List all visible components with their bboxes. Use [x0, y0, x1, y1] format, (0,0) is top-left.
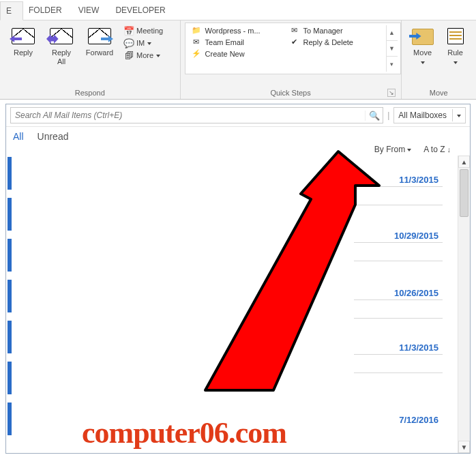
- group-label-quicksteps: Quick Steps: [270, 89, 310, 97]
- scroll-down-button[interactable]: ▼: [458, 441, 470, 453]
- message-date: 11/3/2015: [354, 341, 443, 354]
- reply-icon: [12, 28, 35, 44]
- message-date: 10/26/2015: [354, 287, 443, 299]
- ribbon-group-quicksteps: 📁 Wordpress - m... ✉ Team Email ⚡ Create…: [181, 20, 402, 99]
- im-icon: 💬: [124, 38, 134, 48]
- unread-strip: [8, 403, 12, 435]
- search-scope-label: All Mailboxes: [398, 111, 447, 120]
- quicksteps-down-button[interactable]: ▼: [387, 41, 398, 56]
- tab-folder[interactable]: FOLDER: [23, 1, 73, 19]
- search-bar-row: 🔍 | All Mailboxes: [6, 104, 470, 127]
- im-button[interactable]: 💬 IM: [121, 38, 166, 48]
- rules-label: Rule: [441, 48, 470, 57]
- unread-strip: [8, 280, 12, 312]
- search-button[interactable]: 🔍: [365, 111, 383, 121]
- message-date: 11/3/2015: [354, 173, 443, 186]
- message-group[interactable]: 11/3/2015: [354, 341, 443, 373]
- reply-delete-icon: ✔: [289, 38, 300, 46]
- tab-developer[interactable]: DEVELOPER: [110, 1, 176, 19]
- search-scope-dropdown[interactable]: All Mailboxes: [393, 107, 466, 123]
- message-row[interactable]: [354, 242, 443, 261]
- chevron-down-icon: [147, 42, 151, 45]
- more-respond-button[interactable]: 🗐 More: [121, 50, 166, 61]
- chevron-down-icon: [457, 115, 461, 117]
- ribbon-group-respond: Reply Reply All Forward 📅 Meeting 💬 IM: [0, 20, 181, 99]
- filter-unread[interactable]: Unread: [38, 131, 69, 142]
- quicksteps-dialog-launcher[interactable]: ↘: [387, 89, 396, 97]
- unread-strip: [8, 239, 12, 272]
- quicksteps-scroller: ▲ ▼ ▾: [386, 25, 398, 72]
- meeting-icon: 📅: [124, 26, 134, 35]
- quickstep-label: Team Email: [205, 38, 244, 46]
- message-group[interactable]: 7/12/2016: [354, 413, 443, 426]
- forward-icon: [88, 28, 111, 44]
- meeting-label: Meeting: [136, 27, 163, 35]
- to-manager-icon: ✉: [289, 26, 300, 35]
- quickstep-label: Reply & Delete: [303, 38, 353, 46]
- ribbon-group-move: Move Rule Move: [402, 20, 476, 99]
- quickstep-team-email[interactable]: ✉ Team Email: [188, 37, 282, 47]
- quickstep-label: Create New: [205, 50, 245, 58]
- quicksteps-expand-button[interactable]: ▾: [387, 57, 398, 72]
- quickstep-label: Wordpress - m...: [205, 27, 261, 35]
- quickstep-reply-delete[interactable]: ✔ Reply & Delete: [286, 37, 381, 47]
- group-label-move: Move: [406, 88, 472, 98]
- lightning-icon: ⚡: [191, 49, 202, 58]
- quickstep-to-manager[interactable]: ✉ To Manager: [286, 25, 381, 35]
- sort-by-from[interactable]: By From: [374, 145, 411, 154]
- unread-strip: [8, 157, 12, 190]
- menu-tab-strip: E FOLDER VIEW DEVELOPER: [0, 0, 476, 20]
- message-group[interactable]: 10/26/2015: [354, 287, 443, 319]
- message-row[interactable]: [354, 186, 443, 205]
- meeting-button[interactable]: 📅 Meeting: [121, 25, 166, 36]
- unread-strip: [8, 198, 12, 231]
- chevron-down-icon: [407, 149, 411, 151]
- sort-row: By From A to Z ↓: [6, 145, 470, 156]
- reply-all-label: Reply All: [44, 48, 79, 65]
- group-label-respond: Respond: [4, 88, 176, 98]
- search-box: 🔍: [10, 107, 383, 123]
- scroll-thumb[interactable]: [460, 169, 468, 217]
- more-icon: 🗐: [124, 50, 134, 60]
- reply-label: Reply: [5, 48, 41, 57]
- unread-strip: [8, 321, 12, 353]
- message-group[interactable]: 10/29/2015: [354, 229, 443, 261]
- reply-all-button[interactable]: Reply All: [42, 23, 80, 65]
- rules-button[interactable]: Rule: [440, 23, 471, 65]
- scroll-up-button[interactable]: ▲: [458, 156, 470, 168]
- quickstep-wordpress[interactable]: 📁 Wordpress - m...: [188, 25, 282, 35]
- sort-order-atoz[interactable]: A to Z ↓: [423, 145, 451, 154]
- mail-list-panel: 🔍 | All Mailboxes All Unread By From A t…: [5, 104, 471, 454]
- rules-icon: [445, 26, 466, 46]
- chevron-down-icon: [156, 55, 160, 57]
- tab-home-partial[interactable]: E: [0, 1, 23, 20]
- sort-by-label: By From: [374, 145, 405, 154]
- separator-pipe: |: [387, 111, 389, 120]
- quicksteps-gallery: 📁 Wordpress - m... ✉ Team Email ⚡ Create…: [185, 23, 401, 74]
- search-icon: 🔍: [369, 111, 380, 121]
- forward-button[interactable]: Forward: [80, 23, 119, 57]
- reply-all-icon: [50, 28, 73, 44]
- quickstep-create-new[interactable]: ⚡ Create New: [188, 48, 282, 59]
- im-label: IM: [136, 39, 145, 47]
- message-group[interactable]: 11/3/2015: [354, 173, 443, 205]
- message-list: 11/3/2015 10/29/2015 10/26/2015 11/3/201…: [6, 156, 470, 453]
- chevron-down-icon: [453, 61, 458, 64]
- quicksteps-up-button[interactable]: ▲: [387, 25, 398, 40]
- tab-view[interactable]: VIEW: [73, 1, 110, 19]
- move-label: Move: [407, 48, 438, 57]
- sort-order-label: A to Z: [423, 145, 445, 154]
- team-email-icon: ✉: [191, 38, 202, 46]
- sort-ascending-icon: ↓: [447, 145, 451, 153]
- filter-all[interactable]: All: [13, 131, 24, 142]
- quickstep-label: To Manager: [303, 27, 343, 35]
- message-row[interactable]: [354, 354, 443, 373]
- forward-label: Forward: [82, 48, 117, 57]
- search-input[interactable]: [11, 111, 365, 120]
- message-date: 10/29/2015: [354, 229, 443, 242]
- message-row[interactable]: [354, 299, 443, 319]
- move-folder-icon: [411, 26, 435, 46]
- reply-button[interactable]: Reply: [4, 23, 42, 57]
- move-button[interactable]: Move: [406, 23, 440, 65]
- unread-strip: [8, 362, 12, 394]
